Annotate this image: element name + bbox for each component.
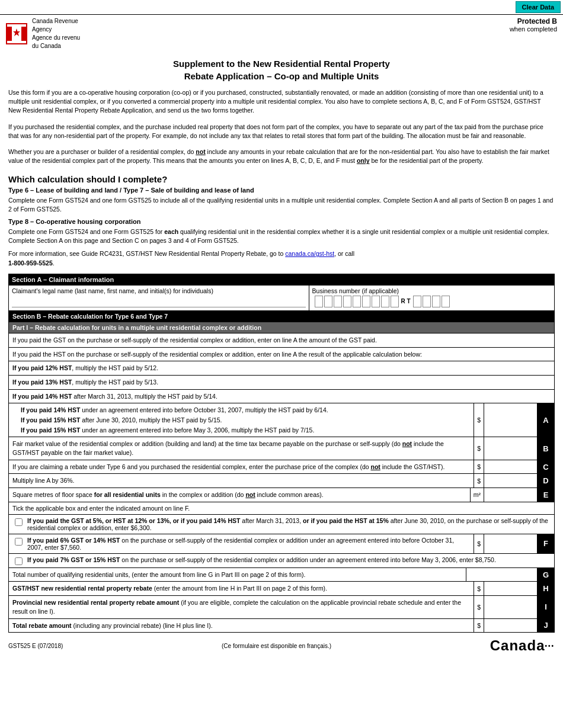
line-g-letter: G	[538, 568, 554, 582]
line-h-input-area: $ H	[474, 582, 554, 595]
intro-para3: Whether you are a purchaser or builder o…	[0, 145, 563, 168]
type8-heading: Type 8 – Co-operative housing corporatio…	[0, 217, 563, 226]
section-b-wrapper: Section B – Rebate calculation for Type …	[8, 311, 555, 633]
dollar-sign-j: $	[474, 619, 484, 633]
bn-digit-8[interactable]	[381, 296, 389, 307]
intro-para1: Use this form if you are a co-operative …	[0, 86, 563, 118]
line-h-input[interactable]	[484, 582, 538, 595]
checkbox1-row: If you paid the GST at 5%, or HST at 12%…	[9, 514, 554, 534]
line-j-row: Total rebate amount (including any provi…	[9, 619, 554, 633]
hst12-row: If you paid 12% HST, multiply the HST pa…	[9, 361, 554, 376]
bn-digit-1[interactable]	[315, 296, 323, 307]
line-i-input[interactable]	[484, 596, 538, 618]
type8-body: Complete one Form GST524 and one Form GS…	[0, 226, 563, 246]
line-b-input-area: $ B	[474, 437, 554, 459]
line-i-row: Provincial new residential rental proper…	[9, 596, 554, 618]
line-a-letter: A	[538, 403, 554, 437]
dollar-sign-i: $	[474, 596, 484, 618]
line-c-letter: C	[538, 460, 554, 474]
line-f-input-area: $ F	[474, 534, 554, 553]
bn-rt-4[interactable]	[442, 296, 450, 307]
hst-paid-row: If you paid the HST on the purchase or s…	[9, 348, 554, 362]
line-c-row: If you are claiming a rebate under Type …	[9, 460, 554, 474]
checkbox1[interactable]	[15, 518, 23, 526]
logo-area: Canada Revenue Agency Agence du revenu d…	[6, 17, 136, 50]
bn-digit-9[interactable]	[391, 296, 399, 307]
tick-box-header: Tick the applicable box and enter the in…	[9, 502, 554, 514]
checkbox3-row: If you paid 7% GST or 15% HST on the pur…	[9, 553, 554, 567]
line-e-row: Square metres of floor space for all res…	[9, 488, 554, 502]
checkbox1-label: If you paid the GST at 5%, or HST at 12%…	[27, 517, 551, 531]
agency-text: Canada Revenue Agency Agence du revenu d…	[32, 17, 80, 50]
french-note: (Ce formulaire est disponible en françai…	[222, 643, 331, 649]
line-d-row: Multiply line A by 36%. $ D	[9, 474, 554, 488]
dollar-sign-d: $	[474, 474, 484, 488]
line-a-input[interactable]	[484, 403, 538, 437]
line-c-input[interactable]	[484, 460, 538, 474]
checkbox2-label: If you paid 6% GST or 14% HST on the pur…	[27, 537, 470, 551]
type67-heading: Type 6 – Lease of building and land / Ty…	[0, 185, 563, 195]
canada-flag-icon	[6, 23, 27, 44]
bn-rt-2[interactable]	[423, 296, 431, 307]
form-number: GST525 E (07/2018)	[8, 643, 63, 649]
line-d-letter: D	[538, 474, 554, 488]
hst14a-row: If you paid 14% HST after March 31, 2013…	[9, 390, 554, 404]
checkbox3[interactable]	[15, 557, 23, 565]
clear-data-button[interactable]: Clear Data	[516, 1, 561, 13]
claimant-name-input[interactable]	[12, 294, 306, 307]
bn-rt-1[interactable]	[413, 296, 421, 307]
line-f-input[interactable]	[484, 534, 538, 553]
protected-b-label: Protected B when completed	[510, 17, 557, 33]
line-h-letter: H	[538, 582, 554, 595]
svg-rect-0	[7, 27, 12, 41]
checkbox2[interactable]	[15, 538, 23, 546]
more-info-text: For more information, see Guide RC4231, …	[0, 248, 563, 268]
line-e-letter: E	[538, 488, 554, 502]
gst-paid-row: If you paid the GST on the purchase or s…	[9, 333, 554, 348]
line-d-input[interactable]	[484, 474, 538, 488]
business-number-label: Business number (if applicable)	[312, 287, 551, 294]
top-bar: Clear Data	[0, 0, 563, 14]
bn-digit-4[interactable]	[343, 296, 351, 307]
svg-rect-2	[21, 27, 26, 41]
business-number-area: R T	[312, 294, 551, 309]
line-e-input[interactable]	[484, 488, 538, 502]
line-j-input-area: $ J	[474, 619, 554, 633]
line-j-input[interactable]	[484, 619, 538, 633]
dollar-sign-c: $	[474, 460, 484, 474]
line-c-input-area: $ C	[474, 460, 554, 474]
claimant-info-row: Claimant's legal name (last name, first …	[9, 285, 555, 310]
bn-digit-3[interactable]	[334, 296, 342, 307]
bn-digit-2[interactable]	[324, 296, 332, 307]
section-b-header: Section B – Rebate calculation for Type …	[9, 311, 554, 322]
line-i-input-area: $ I	[474, 596, 554, 618]
line-d-input-area: $ D	[474, 474, 554, 488]
line-i-letter: I	[538, 596, 554, 618]
checkbox3-label: If you paid 7% GST or 15% HST on the pur…	[27, 556, 496, 563]
bn-digit-7[interactable]	[372, 296, 380, 307]
line-g-input[interactable]	[466, 568, 538, 582]
form-header: Canada Revenue Agency Agence du revenu d…	[0, 14, 563, 53]
dollar-sign-b: $	[474, 437, 484, 459]
line-f-letter: F	[538, 534, 554, 553]
line-h-row: GST/HST new residential rental property …	[9, 582, 554, 596]
bn-rt-3[interactable]	[432, 296, 440, 307]
line-a-input-area: $ A	[474, 403, 554, 437]
which-calc-heading: Which calculation should I complete?	[0, 171, 563, 185]
m2-unit: m²	[471, 488, 484, 502]
bn-digit-5[interactable]	[353, 296, 361, 307]
dollar-sign-f: $	[474, 534, 484, 553]
line-g-row: Total number of qualifying residential u…	[9, 568, 554, 582]
claimant-name-label: Claimant's legal name (last name, first …	[12, 287, 306, 294]
hst14b-row: If you paid 14% HST under an agreement e…	[9, 403, 554, 437]
section-a-table: Section A – Claimant information Claiman…	[8, 274, 555, 311]
type67-body: Complete one Form GST524 and one form GS…	[0, 195, 563, 215]
canada-wordmark: Canada•••	[490, 637, 555, 654]
hst13-row: If you paid 13% HST, multiply the HST pa…	[9, 376, 554, 390]
dollar-sign-a: $	[474, 403, 484, 437]
tick-box-section: Tick the applicable box and enter the in…	[9, 502, 554, 568]
line-b-letter: B	[538, 437, 554, 459]
line-b-input[interactable]	[484, 437, 538, 459]
rt-label: R T	[401, 298, 411, 304]
bn-digit-6[interactable]	[362, 296, 370, 307]
